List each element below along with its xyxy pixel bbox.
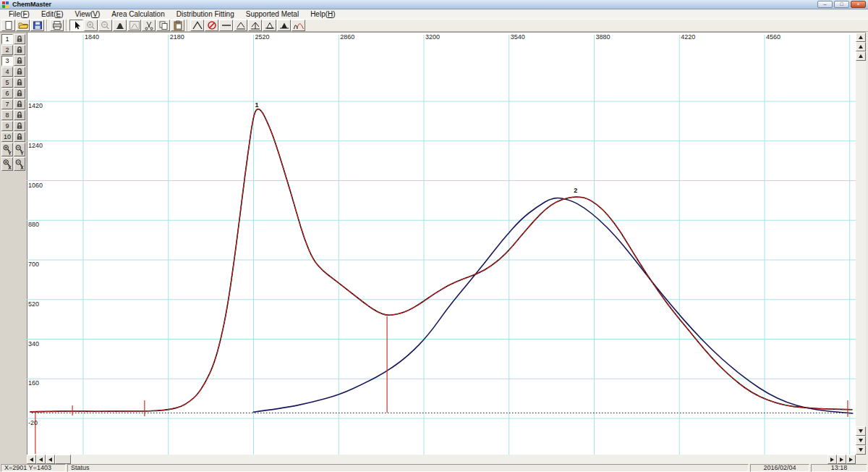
open-folder-button[interactable]	[16, 20, 30, 31]
measured-curve	[30, 109, 852, 412]
zoom-out-x-button[interactable]: X	[14, 157, 25, 171]
horizontal-scrollbar[interactable]	[0, 455, 868, 464]
menu-item-area-calculation[interactable]: Area Calculation	[106, 10, 170, 19]
delete-region-button[interactable]	[205, 20, 218, 31]
channel-button-6[interactable]: 6	[1, 88, 13, 98]
channel-lock-button-3[interactable]	[14, 56, 25, 66]
baseline-button[interactable]	[219, 20, 233, 31]
zoom-in-x-button[interactable]: X	[1, 157, 13, 171]
lock-icon	[15, 89, 24, 98]
arrow-right-icon	[849, 458, 853, 462]
channel-button-3[interactable]: 3	[1, 56, 13, 66]
scroll-down-button-1[interactable]	[856, 426, 866, 436]
chemmaster-window: ChemMaster – □ × File(F)Edit(E)View(V)Ar…	[0, 0, 868, 472]
channel-lock-button-5[interactable]	[14, 77, 25, 88]
arrow-right-icon	[840, 458, 843, 462]
menu-item-edit-e[interactable]: Edit(E)	[35, 10, 69, 19]
print-button[interactable]	[50, 20, 64, 31]
save-icon	[32, 20, 43, 30]
triangle-filled-button[interactable]	[277, 20, 291, 31]
channel-button-7[interactable]: 7	[1, 99, 13, 109]
scroll-down-button-3[interactable]	[856, 445, 866, 455]
zoom-out-y-button[interactable]: Y	[14, 143, 25, 156]
channel-lock-button-6[interactable]	[14, 88, 25, 98]
copy-button[interactable]	[156, 20, 170, 31]
menu-item-help-h[interactable]: Help(H)	[305, 10, 341, 19]
zoom-out-button[interactable]	[98, 20, 112, 31]
status-time: 13:18	[811, 464, 867, 472]
arrow-up-icon	[859, 35, 863, 39]
close-button[interactable]: ×	[851, 1, 866, 8]
horizontal-scroll-thumb[interactable]	[55, 455, 71, 464]
x-axis-tick-label: 2180	[170, 33, 184, 41]
channel-sidebar: 12345678910YYXX	[0, 32, 27, 455]
print-icon	[51, 20, 63, 30]
save-button[interactable]	[30, 20, 44, 31]
channel-lock-button-2[interactable]	[14, 45, 25, 55]
svg-text:Y: Y	[20, 150, 24, 155]
scroll-down-button-2[interactable]	[856, 436, 866, 445]
vertical-scrollbar[interactable]	[856, 32, 866, 455]
toolbar-separator	[46, 20, 48, 31]
scroll-up-button-3[interactable]	[856, 51, 866, 61]
chart-plot-area[interactable]: 1840218025202860320035403880422045601420…	[27, 32, 856, 455]
peak-drop-button[interactable]	[248, 20, 262, 31]
zoom-in-button[interactable]	[84, 20, 98, 31]
paste-icon	[172, 20, 184, 30]
channel-lock-button-9[interactable]	[14, 121, 25, 131]
channel-button-10[interactable]: 10	[1, 132, 13, 142]
peak-button[interactable]	[190, 20, 204, 31]
fit-region-button[interactable]	[127, 20, 141, 31]
minimize-button[interactable]: –	[817, 1, 833, 8]
menu-item-supported-metal[interactable]: Supported Metal	[240, 10, 305, 19]
svg-text:Y: Y	[8, 150, 12, 155]
menu-item-file-f[interactable]: File(F)	[3, 10, 35, 19]
pointer-button[interactable]	[69, 20, 83, 31]
cut-button[interactable]	[142, 20, 156, 31]
lock-icon	[15, 111, 24, 119]
scroll-up-button-1[interactable]	[856, 33, 866, 42]
paste-button[interactable]	[171, 20, 184, 31]
y-axis-tick-label: -20	[28, 419, 38, 426]
scroll-left-button-3[interactable]	[46, 455, 55, 464]
y-axis-tick-label: 1420	[28, 102, 43, 109]
arrow-left-icon	[39, 458, 43, 462]
y-axis-tick-label: 1240	[28, 142, 43, 149]
open-folder-icon	[17, 20, 29, 30]
channel-button-8[interactable]: 8	[1, 110, 13, 120]
peak-drop-icon	[250, 20, 261, 30]
peak-baseline-button[interactable]	[234, 20, 247, 31]
channel-lock-button-4[interactable]	[14, 67, 25, 77]
channel-button-2[interactable]: 2	[1, 45, 13, 55]
scroll-right-button-2[interactable]	[837, 455, 846, 464]
channel-lock-button-7[interactable]	[14, 99, 25, 109]
zoom-in-y-button[interactable]: Y	[1, 143, 13, 156]
menu-item-view-v[interactable]: View(V)	[69, 10, 106, 19]
x-axis-tick-label: 1840	[85, 33, 99, 41]
new-file-button[interactable]	[1, 20, 15, 31]
channel-lock-button-8[interactable]	[14, 110, 25, 120]
lock-icon	[15, 100, 24, 109]
fit-region-icon	[129, 20, 140, 30]
channel-row-2: 2	[1, 45, 25, 55]
menu-item-distribution-fitting[interactable]: Distribution Fitting	[171, 10, 240, 19]
triangle-outline-button[interactable]	[263, 20, 276, 31]
fit-peak-button[interactable]	[113, 20, 127, 31]
lock-icon	[15, 78, 24, 87]
scroll-right-button-3[interactable]	[846, 455, 856, 464]
scroll-right-button-1[interactable]	[827, 455, 837, 464]
channel-button-9[interactable]: 9	[1, 121, 13, 131]
scroll-left-button-2[interactable]	[36, 455, 46, 464]
channel-lock-button-1[interactable]	[14, 34, 25, 44]
scroll-left-button-1[interactable]	[27, 455, 36, 464]
scroll-up-button-2[interactable]	[856, 42, 866, 51]
vertical-scroll-track[interactable]	[856, 61, 866, 426]
channel-lock-button-10[interactable]	[14, 132, 25, 142]
channel-row-1: 1	[1, 34, 25, 44]
channel-button-4[interactable]: 4	[1, 67, 13, 77]
horizontal-scroll-track[interactable]	[71, 455, 827, 464]
distribution-button[interactable]	[292, 20, 305, 31]
channel-button-5[interactable]: 5	[1, 77, 13, 88]
maximize-button[interactable]: □	[834, 1, 849, 8]
channel-button-1[interactable]: 1	[1, 34, 13, 44]
